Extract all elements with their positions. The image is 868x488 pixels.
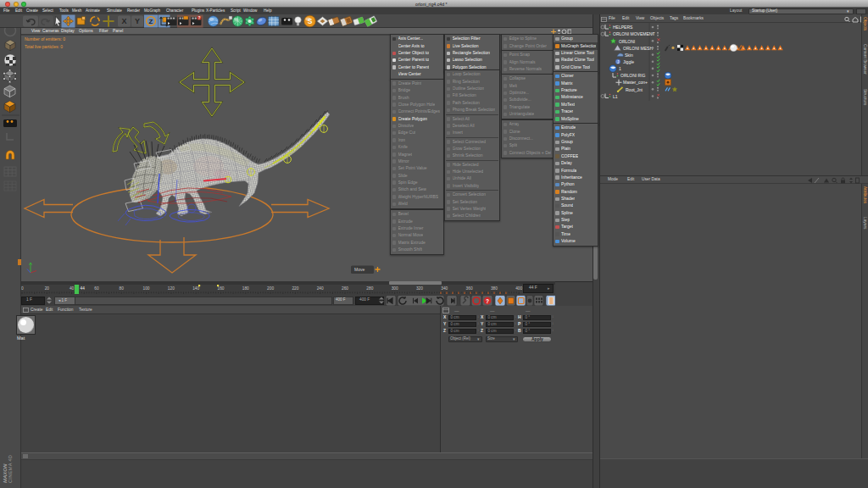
svg-text:J: J	[617, 60, 619, 64]
svg-text:320: 320	[416, 286, 423, 291]
svg-text:Y: Y	[135, 17, 140, 25]
svg-text:L1: L1	[613, 94, 618, 99]
svg-text:120: 120	[168, 286, 175, 291]
svg-text:Number of emitters: 0: Number of emitters: 0	[25, 36, 65, 42]
svg-text:ORLONI MESH: ORLONI MESH	[623, 46, 653, 51]
svg-text:44: 44	[80, 286, 85, 291]
svg-text:200: 200	[267, 286, 274, 291]
svg-text:140: 140	[192, 286, 199, 291]
svg-text:340: 340	[441, 286, 448, 291]
svg-text:220: 220	[292, 286, 298, 291]
svg-text:0: 0	[21, 286, 24, 291]
svg-text:Total live particles: 0: Total live particles: 0	[25, 44, 63, 49]
svg-text:Move: Move	[354, 267, 364, 272]
svg-text:?: ?	[198, 16, 201, 20]
svg-text:380: 380	[491, 286, 498, 291]
svg-text:60: 60	[94, 286, 99, 291]
svg-text:HELPERS: HELPERS	[613, 25, 633, 30]
svg-text:180: 180	[242, 286, 249, 291]
svg-text:ORLONI MOVEMENT: ORLONI MOVEMENT	[613, 31, 654, 36]
svg-text:Skin: Skin	[625, 53, 633, 58]
svg-text:S: S	[308, 17, 313, 25]
svg-text:360: 360	[466, 286, 473, 291]
svg-text:300: 300	[392, 286, 398, 291]
svg-text:Z: Z	[149, 18, 153, 25]
svg-text:240: 240	[317, 286, 324, 291]
svg-text:Mat: Mat	[17, 336, 25, 341]
svg-text:Root_Jnt: Root_Jnt	[626, 87, 643, 92]
svg-text:?: ?	[486, 298, 489, 304]
svg-text:260: 260	[342, 286, 348, 291]
svg-text:400: 400	[515, 286, 522, 291]
svg-text:Master_con+: Master_con+	[623, 80, 648, 85]
svg-text:280: 280	[366, 286, 373, 291]
svg-text:80: 80	[120, 286, 125, 291]
svg-text:X: X	[121, 17, 126, 25]
svg-text:100: 100	[143, 286, 150, 291]
svg-text:20: 20	[45, 286, 50, 291]
svg-text:ORLONI: ORLONI	[619, 39, 635, 44]
svg-text:ORLONI RIG: ORLONI RIG	[620, 73, 646, 78]
svg-text:40: 40	[70, 286, 75, 291]
svg-text:160: 160	[217, 286, 224, 291]
svg-text:Jiggle: Jiggle	[623, 59, 634, 64]
svg-text:1: 1	[619, 66, 621, 71]
